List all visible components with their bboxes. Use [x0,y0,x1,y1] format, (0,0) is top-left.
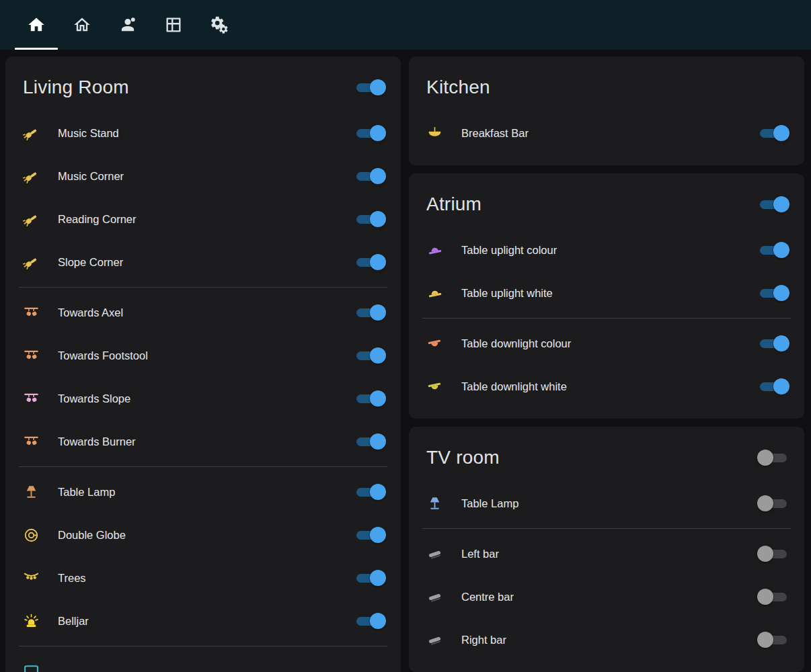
entity-toggle[interactable] [757,124,789,142]
entity-label[interactable]: Breakfast Bar [461,127,757,140]
entity-label[interactable]: Towards Burner [58,435,354,448]
entity-row: Music Stand [5,112,401,155]
entity-rows: Music Stand Music Corner Reading Corner … [5,106,401,672]
entity-label[interactable]: Table uplight colour [461,244,757,257]
wall-sconce-icon[interactable] [23,254,58,271]
entity-toggle[interactable] [354,253,386,271]
entity-label[interactable]: Slope Corner [58,256,354,269]
entity-toggle[interactable] [354,483,386,501]
tab-home-alt[interactable] [59,0,105,50]
light-bar-icon[interactable] [426,632,461,648]
entity-label[interactable]: Music Corner [58,170,354,183]
entity-row: Table uplight colour [409,228,804,271]
left-column: Living Room Music Stand Music Corner Rea… [5,56,401,672]
alarm-light-icon[interactable] [23,613,58,630]
entity-rows: Table Lamp Left bar Centre bar Right ba [409,476,804,672]
entity-rows: Breakfast Bar [409,106,804,165]
entity-toggle[interactable] [757,588,789,605]
entity-label[interactable]: Double Globe [58,529,354,542]
entity-label[interactable]: Table downlight white [461,380,757,393]
tab-grid[interactable] [151,0,196,50]
entity-row: Table Lamp [409,482,804,525]
vanity-downlight-icon[interactable] [426,378,461,395]
card-title: Atrium [426,191,757,218]
entity-label[interactable]: Belljar [58,615,354,628]
living-room-master-toggle[interactable] [354,79,386,96]
card-title: TV room [426,444,757,471]
vanity-downlight-icon[interactable] [426,335,461,352]
entity-toggle[interactable] [757,631,789,648]
entity-toggle[interactable] [354,433,386,450]
entity-toggle[interactable] [354,347,386,364]
vanity-uplight-icon[interactable] [426,242,461,259]
entity-toggle[interactable] [354,390,386,407]
wall-sconce-icon[interactable] [23,211,58,228]
entity-toggle[interactable] [757,378,789,395]
account-badge-icon [118,15,137,34]
string-lights-icon[interactable] [23,570,58,587]
entity-toggle[interactable] [757,495,789,512]
divider [19,466,387,467]
entity-toggle[interactable] [757,545,789,562]
entity-label[interactable]: Right bar [461,634,757,646]
wall-sconce-icon[interactable] [23,125,58,142]
top-navigation-bar [0,0,811,50]
entity-label[interactable]: Table Lamp [461,497,757,510]
entity-label[interactable]: Towards Slope [58,392,354,405]
entity-row: Centre bar [409,575,804,618]
vanity-uplight-icon[interactable] [426,285,461,302]
light-bar-icon[interactable] [426,589,461,605]
entity-toggle[interactable] [354,167,386,185]
entity-label[interactable]: Music Stand [58,127,354,140]
card-header: TV room [409,427,804,476]
light-bar-icon[interactable] [426,546,461,562]
entity-row: Towards Slope [5,377,401,420]
tab-home[interactable] [13,0,59,50]
track-light-icon[interactable] [23,390,58,407]
lamp-icon[interactable] [23,484,58,501]
entity-toggle[interactable] [354,304,386,321]
entity-toggle[interactable] [757,241,789,259]
track-light-icon[interactable] [23,347,58,364]
entity-toggle[interactable] [354,526,386,544]
circle-double-icon[interactable] [23,527,58,544]
entity-row: Left bar [409,532,804,575]
entity-toggle[interactable] [757,284,789,302]
tv-icon[interactable] [23,663,58,672]
entity-row: Slope Corner [5,241,401,284]
wall-sconce-icon[interactable] [23,168,58,185]
track-light-icon[interactable] [23,433,58,450]
entity-label[interactable]: Left bar [461,548,757,560]
entity-row: Table downlight white [409,365,804,408]
track-light-icon[interactable] [23,304,58,321]
entity-row: Table Lamp [5,470,401,513]
tab-account[interactable] [105,0,151,50]
ceiling-light-icon[interactable] [426,125,461,142]
entity-row: Towards Burner [5,420,401,463]
lamp-icon[interactable] [426,495,461,512]
divider [422,318,791,319]
entity-toggle[interactable] [354,569,386,587]
card-title: Living Room [23,74,354,101]
entity-label[interactable]: Reading Corner [58,213,354,226]
grid-icon [164,15,183,34]
tab-settings[interactable] [196,0,242,50]
divider [422,528,791,529]
entity-label[interactable]: Table uplight white [461,287,757,300]
entity-label[interactable]: Centre bar [461,591,757,603]
entity-toggle[interactable] [354,210,386,228]
entity-row: Breakfast Bar [409,112,804,155]
atrium-master-toggle[interactable] [757,196,789,213]
entity-label[interactable]: Towards Footstool [58,349,354,362]
card-kitchen: Kitchen Breakfast Bar [409,56,804,165]
entity-toggle[interactable] [757,335,789,352]
cogs-icon [210,15,229,34]
card-tv-room: TV room Table Lamp Left bar Centre b [409,427,804,672]
entity-label[interactable]: Towards Axel [58,306,354,319]
tv-room-master-toggle[interactable] [757,449,789,466]
entity-label[interactable]: Trees [58,572,354,585]
entity-label[interactable]: Table Lamp [58,486,354,499]
entity-toggle[interactable] [354,124,386,142]
entity-toggle[interactable] [354,612,386,630]
entity-label[interactable]: Table downlight colour [461,337,757,350]
